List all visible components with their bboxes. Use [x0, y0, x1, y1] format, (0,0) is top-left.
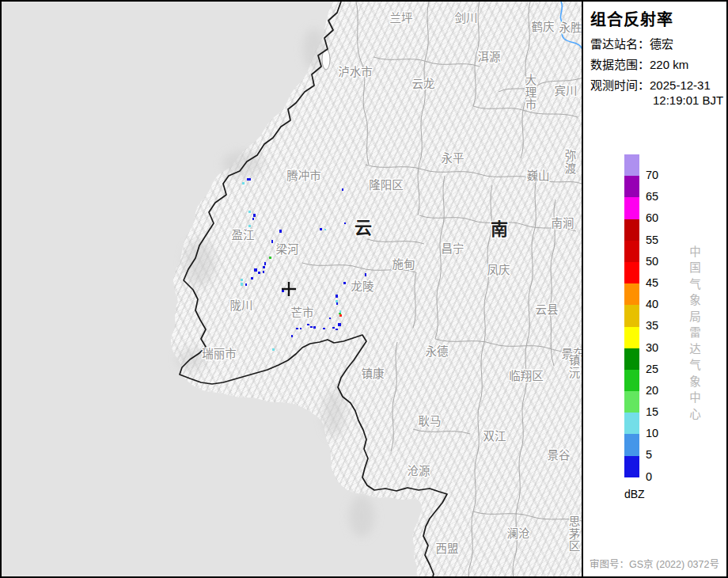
station-value: 德宏 [650, 37, 673, 51]
radar-echo-dot [332, 327, 335, 329]
county-boundary [468, 348, 483, 576]
county-boundary [435, 339, 582, 353]
radar-echo-dot [279, 230, 282, 233]
radar-echo-dot [320, 228, 322, 230]
legend-level-65: 65 [624, 176, 719, 197]
legend-level-15: 15 [624, 391, 719, 413]
legend-level-5: 5 [624, 434, 719, 455]
radar-echo-dot [258, 272, 260, 274]
place-label: 云龙 [412, 78, 435, 90]
legend-level-45: 45 [624, 262, 719, 283]
legend-level-35: 35 [624, 305, 719, 326]
place-label: 芒市 [291, 306, 314, 319]
nodata-shade-blob [323, 390, 345, 437]
radar-echo-dot [269, 257, 271, 259]
radar-echo-dot [264, 262, 266, 265]
radar-viewer-window: 兰坪剑川鹤庆永胜洱源泸水市云龙大理市宾川永平腾冲市隆阳区巍山弥渡南涧盈江梁河昌宁… [0, 0, 728, 578]
radar-echo-dot [313, 326, 316, 329]
legend-level-40: 40 [624, 283, 719, 305]
county-boundary [527, 179, 537, 342]
place-label: 龙陵 [351, 280, 374, 293]
place-label: 云县 [536, 303, 559, 316]
radar-echo-dot [263, 271, 264, 273]
station-row: 雷达站名：德宏 [590, 35, 673, 51]
place-label: 剑川 [455, 12, 478, 25]
range-label: 数据范围： [590, 58, 650, 71]
radar-echo-dot [296, 328, 298, 329]
place-label: 兰坪 [390, 12, 413, 25]
place-label: 耿马 [419, 415, 442, 428]
legend-level-60: 60 [624, 197, 719, 219]
legend-level-10: 10 [624, 413, 719, 434]
place-label: 永平 [442, 152, 464, 165]
radar-echo-dot [339, 313, 341, 314]
radar-echo-dot [247, 178, 251, 181]
county-boundary [391, 342, 397, 451]
place-label: 巍山 [527, 169, 550, 182]
radar-echo-dot [336, 302, 338, 305]
radar-echo-dot [310, 326, 313, 328]
legend-swatch-70 [624, 154, 639, 176]
radar-echo-dot [242, 182, 245, 184]
legend-swatch-65 [624, 176, 639, 197]
radar-echo-dot [338, 323, 341, 326]
place-label: 昌宁 [442, 242, 464, 255]
agency-watermark: 中国气象局雷达气象中心 [686, 245, 703, 424]
legend-swatch-60 [624, 197, 639, 219]
radar-echo-dot [336, 295, 338, 298]
nodata-shade-blob [349, 496, 374, 537]
place-label: 沧源 [408, 465, 430, 477]
product-title: 组合反射率 [590, 7, 673, 30]
place-label: 陇川 [230, 299, 253, 312]
county-boundary [367, 239, 424, 244]
place-label: 盈江 [232, 229, 255, 241]
radar-echo-dot [252, 218, 254, 220]
place-label: 弥渡 [565, 149, 577, 175]
legend-level-50: 50 [624, 241, 719, 262]
radar-echo-dot [343, 282, 346, 284]
place-label: 洱源 [478, 51, 501, 63]
legend-level-0: 0 [624, 456, 719, 477]
radar-echo-dot [365, 273, 366, 276]
radar-echo-dot [251, 277, 253, 279]
legend-swatch-35 [624, 305, 639, 326]
radar-echo-dot [339, 314, 342, 317]
radar-echo-dot [263, 266, 265, 268]
radar-echo-dot [307, 324, 309, 325]
radar-echo-dot [300, 328, 301, 329]
place-label: 鹤庆 [532, 21, 555, 33]
obstime-time: 12:19:01 BJT [653, 93, 723, 107]
range-value: 220 km [650, 58, 688, 71]
radar-echo-dot [323, 328, 325, 329]
reflectivity-color-scale: 7065605550454035302520151050 [624, 154, 719, 477]
legend-swatch-25 [624, 348, 639, 370]
legend-swatch-45 [624, 262, 639, 283]
radar-echo-dot [241, 283, 243, 286]
legend-level-55: 55 [624, 219, 719, 241]
county-boundary [435, 176, 445, 339]
county-boundary [413, 272, 416, 328]
legend-swatch-10 [624, 413, 639, 434]
legend-swatch-20 [624, 370, 639, 391]
place-label: 西盟 [436, 542, 459, 555]
info-panel: 组合反射率 雷达站名：德宏 数据范围：220 km 观测时间：2025-12-3… [583, 2, 728, 576]
legend-level-20: 20 [624, 370, 719, 391]
radar-echo-dot [344, 222, 346, 224]
radar-echo-dot [291, 335, 293, 337]
legend-swatch-30 [624, 327, 639, 348]
radar-echo-dot [282, 290, 284, 292]
legend-level-70: 70 [624, 154, 719, 176]
radar-echo-dot [245, 283, 247, 286]
radar-echo-dot [336, 300, 338, 302]
place-label: 隆阳区 [369, 179, 404, 192]
place-label: 临翔区 [509, 370, 544, 382]
county-boundary [356, 2, 369, 165]
legend-swatch-0 [624, 456, 639, 477]
legend-swatch-55 [624, 219, 639, 241]
place-label: 永德 [426, 345, 449, 358]
province-label: 云 [355, 218, 372, 238]
legend-level-30: 30 [624, 327, 719, 348]
radar-echo-dot [272, 348, 275, 351]
obstime-row: 观测时间：2025-12-31 [590, 76, 711, 93]
county-boundary [413, 429, 470, 434]
